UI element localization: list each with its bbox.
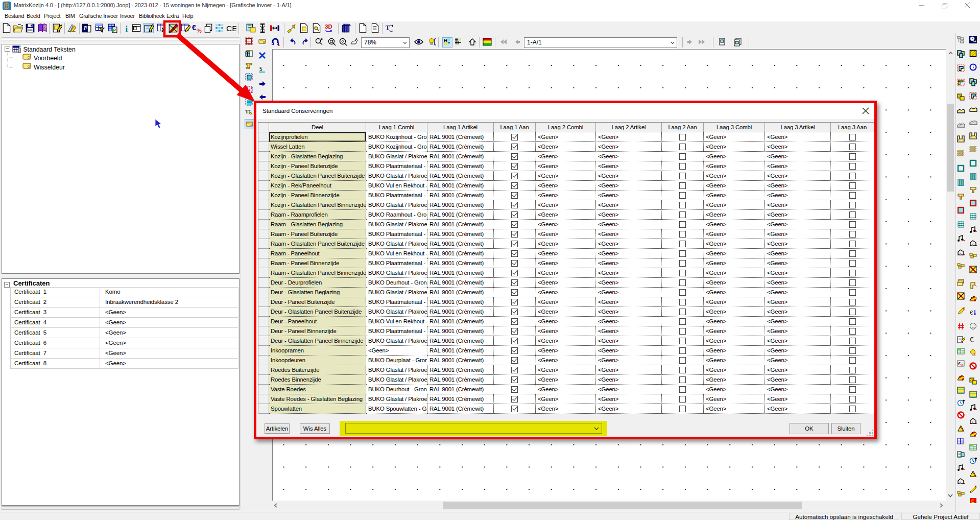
svg-text:3D: 3D (325, 23, 332, 30)
svg-text:€: € (192, 23, 196, 32)
svg-text:€: € (958, 361, 961, 366)
svg-text:T: T (245, 109, 249, 114)
svg-text:T: T (386, 24, 390, 31)
svg-text:x: x (961, 362, 963, 367)
svg-text:F: F (83, 25, 87, 32)
svg-text:%: % (197, 28, 202, 33)
svg-text:€: € (974, 353, 976, 357)
svg-text:?: ? (43, 25, 46, 31)
svg-text:€: € (970, 310, 973, 316)
svg-text:P: P (113, 28, 116, 33)
svg-text:5: 5 (259, 66, 262, 72)
svg-text:€: € (970, 336, 974, 344)
svg-text:?: ? (962, 441, 965, 445)
svg-text:E: E (971, 499, 974, 504)
svg-text:i: i (126, 24, 128, 33)
svg-text:y: y (249, 108, 251, 113)
svg-text:CE: CE (226, 24, 236, 33)
